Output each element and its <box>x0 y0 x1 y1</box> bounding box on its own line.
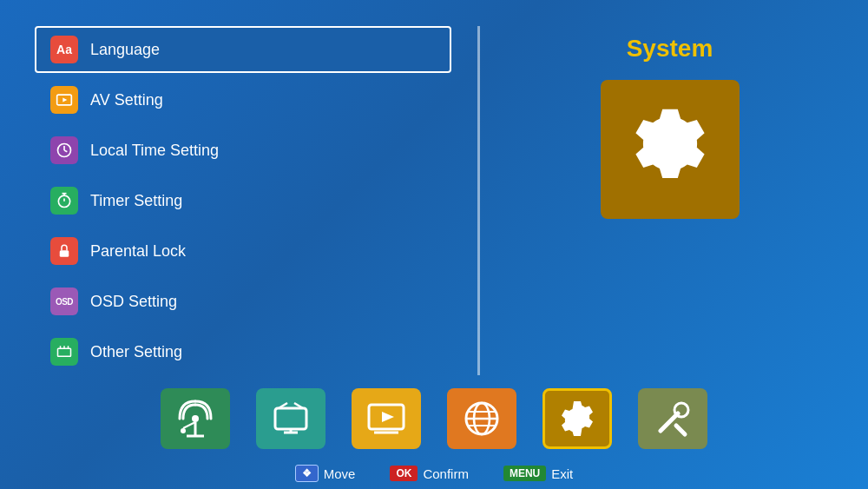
system-icon-box <box>601 80 740 219</box>
menu-label-local-time: Local Time Setting <box>90 142 219 160</box>
nav-satellite[interactable] <box>161 388 230 449</box>
svg-line-32 <box>661 413 678 431</box>
other-icon <box>50 338 78 366</box>
status-move: ❖ Move <box>295 465 356 482</box>
menu-item-av[interactable]: AV Setting <box>35 76 451 123</box>
menu-item-parental[interactable]: Parental Lock <box>35 228 451 274</box>
av-icon <box>50 86 78 114</box>
svg-point-33 <box>674 403 688 417</box>
svg-line-4 <box>64 150 67 152</box>
menu-label-osd: OSD Setting <box>90 293 177 311</box>
exit-label: Exit <box>551 466 573 481</box>
menu-label-timer: Timer Setting <box>90 192 182 210</box>
system-title: System <box>627 35 713 63</box>
player-icon <box>365 398 407 439</box>
menu-label-parental: Parental Lock <box>90 242 186 261</box>
ok-badge: OK <box>390 466 418 481</box>
svg-marker-1 <box>62 98 67 102</box>
nav-tv[interactable] <box>256 388 326 449</box>
bottom-nav <box>35 375 833 458</box>
svg-line-18 <box>183 422 195 428</box>
status-exit: MENU Exit <box>503 466 573 481</box>
move-badge: ❖ <box>295 465 319 482</box>
menu-badge: MENU <box>503 466 546 481</box>
tv-icon <box>270 398 312 439</box>
right-panel: System <box>506 26 833 375</box>
menu-item-osd[interactable]: OSD OSD Setting <box>35 278 451 325</box>
osd-icon: OSD <box>50 287 78 315</box>
nav-tools[interactable] <box>638 388 707 449</box>
system-gear-icon <box>556 398 598 439</box>
main-container: Aa Language AV Setting Local Time Settin… <box>0 0 868 489</box>
timer-icon <box>50 187 78 215</box>
svg-rect-9 <box>60 250 69 257</box>
status-bar: ❖ Move OK Confirm MENU Exit <box>35 458 833 486</box>
menu-item-local-time[interactable]: Local Time Setting <box>35 127 451 174</box>
move-label: Move <box>324 466 356 481</box>
svg-point-17 <box>181 428 186 433</box>
content-area: Aa Language AV Setting Local Time Settin… <box>35 26 833 375</box>
globe-icon <box>461 398 503 439</box>
menu-label-language: Language <box>90 41 160 59</box>
divider <box>477 26 480 375</box>
menu-list: Aa Language AV Setting Local Time Settin… <box>35 26 451 375</box>
confirm-label: Confirm <box>423 466 469 481</box>
svg-point-5 <box>58 195 69 207</box>
menu-label-other: Other Setting <box>90 343 182 361</box>
menu-item-other[interactable]: Other Setting <box>35 328 451 375</box>
nav-internet[interactable] <box>447 388 516 449</box>
menu-label-av: AV Setting <box>90 91 163 109</box>
svg-point-14 <box>192 415 199 422</box>
svg-rect-10 <box>58 348 71 356</box>
svg-rect-19 <box>275 408 306 429</box>
parental-icon <box>50 237 78 265</box>
gear-icon <box>622 102 718 197</box>
menu-item-timer[interactable]: Timer Setting <box>35 177 451 224</box>
status-confirm: OK Confirm <box>390 466 469 481</box>
language-icon: Aa <box>50 36 78 63</box>
svg-line-34 <box>676 426 685 434</box>
nav-system[interactable] <box>542 388 612 449</box>
local-time-icon <box>50 136 78 164</box>
tools-icon <box>652 398 694 439</box>
satellite-icon <box>174 398 216 439</box>
svg-marker-25 <box>382 412 394 422</box>
menu-item-language[interactable]: Aa Language <box>35 26 451 73</box>
nav-player[interactable] <box>352 388 421 449</box>
